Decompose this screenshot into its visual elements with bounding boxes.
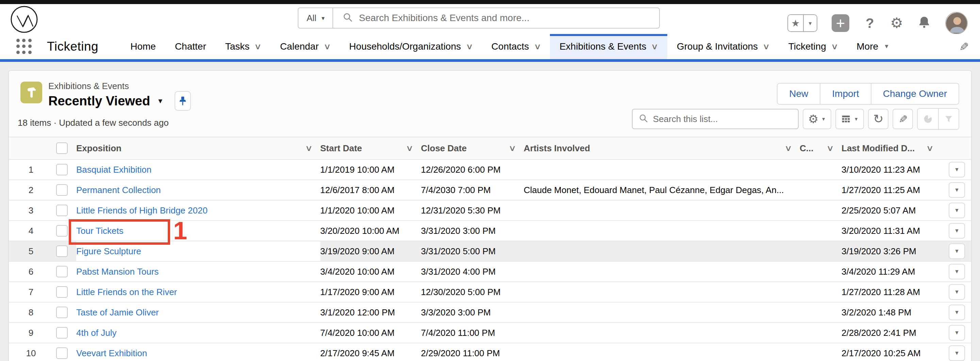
row-actions-dropdown-button[interactable]: ▼ xyxy=(949,162,965,177)
exposition-link[interactable]: Veevart Exhibition xyxy=(76,348,147,359)
tab-calendar[interactable]: Calendar∨ xyxy=(270,34,340,59)
exposition-link[interactable]: Little Friends on the River xyxy=(76,287,177,298)
exposition-link[interactable]: 4th of July xyxy=(76,328,117,338)
chevron-down-icon[interactable]: ∨ xyxy=(323,42,331,51)
exposition-link[interactable]: Basquiat Exhibition xyxy=(76,165,151,175)
exposition-link[interactable]: Permanent Collection xyxy=(76,185,161,195)
global-search: All ▼ xyxy=(298,8,660,28)
row-checkbox[interactable] xyxy=(56,347,68,359)
tab-tasks[interactable]: Tasks∨ xyxy=(216,34,270,59)
row-actions-dropdown-button[interactable]: ▼ xyxy=(949,243,965,259)
tab-more[interactable]: More▼ xyxy=(847,34,899,59)
close-date-cell: 3/31/2020 3:00 PM xyxy=(421,221,524,241)
setup-button[interactable]: ⚙ xyxy=(890,16,903,30)
row-actions-dropdown-button[interactable]: ▼ xyxy=(949,325,965,340)
column-header-last-modified[interactable]: Last Modified D...∨ xyxy=(842,137,941,159)
close-date-cell: 12/31/2020 5:30 PM xyxy=(421,201,524,220)
filter-button[interactable] xyxy=(938,109,959,129)
favorites-star-button[interactable]: ★ xyxy=(788,15,804,31)
chevron-down-icon[interactable]: ∨ xyxy=(254,42,262,51)
row-checkbox[interactable] xyxy=(56,266,68,277)
row-number: 10 xyxy=(9,343,53,361)
list-search-input[interactable] xyxy=(652,114,798,125)
row-actions-dropdown-button[interactable]: ▼ xyxy=(949,305,965,320)
row-checkbox[interactable] xyxy=(56,184,68,196)
top-black-strip xyxy=(0,0,980,4)
row-checkbox[interactable] xyxy=(56,286,68,298)
notifications-button[interactable] xyxy=(917,15,931,31)
row-checkbox[interactable] xyxy=(56,205,68,216)
row-checkbox[interactable] xyxy=(56,307,68,318)
select-all-checkbox[interactable] xyxy=(56,142,68,154)
favorites-dropdown-button[interactable]: ▼ xyxy=(804,15,817,31)
table-row: 1Basquiat Exhibition1/1/2019 10:00 AM12/… xyxy=(9,160,971,180)
row-checkbox[interactable] xyxy=(56,225,68,237)
exposition-link[interactable]: Pabst Mansion Tours xyxy=(76,266,159,277)
view-selector-caret-icon[interactable]: ▼ xyxy=(157,97,164,105)
new-button[interactable]: New xyxy=(777,83,820,105)
charts-button[interactable] xyxy=(918,109,938,129)
tab-contacts[interactable]: Contacts∨ xyxy=(482,34,550,59)
exposition-link[interactable]: Tour Tickets xyxy=(76,226,124,236)
row-checkbox-cell xyxy=(53,241,76,261)
chevron-down-icon[interactable]: ∨ xyxy=(651,42,659,51)
app-launcher-icon[interactable] xyxy=(16,39,32,54)
chevron-down-icon[interactable]: ∨ xyxy=(466,42,473,51)
edit-nav-pencil-icon[interactable]: ✎ xyxy=(957,42,970,52)
row-checkbox[interactable] xyxy=(56,164,68,176)
column-header-close-date[interactable]: Close Date∨ xyxy=(421,137,524,159)
inline-edit-button[interactable]: ✎ xyxy=(892,109,913,129)
row-number: 3 xyxy=(9,201,53,220)
chevron-down-icon[interactable]: ▼ xyxy=(884,43,889,50)
exposition-link[interactable]: Little Friends of High Bridge 2020 xyxy=(76,205,208,216)
import-button[interactable]: Import xyxy=(820,83,871,105)
chevron-down-icon[interactable]: ∨ xyxy=(533,42,541,51)
column-header-artists-involved[interactable]: Artists Involved∨ xyxy=(524,137,800,159)
row-checkbox-cell xyxy=(53,343,76,361)
chevron-down-icon[interactable]: ∨ xyxy=(305,143,313,153)
exposition-cell: Taste of Jamie Oliver xyxy=(76,302,320,322)
tab-home[interactable]: Home xyxy=(121,34,165,59)
exposition-link[interactable]: Taste of Jamie Oliver xyxy=(76,307,159,318)
help-button[interactable]: ? xyxy=(864,15,876,31)
chevron-down-icon[interactable]: ∨ xyxy=(827,143,834,153)
table-row: 3Little Friends of High Bridge 20201/1/2… xyxy=(9,201,971,221)
column-header-exposition[interactable]: Exposition∨ xyxy=(76,137,320,159)
user-avatar[interactable] xyxy=(945,12,968,34)
change-owner-button[interactable]: Change Owner xyxy=(871,83,959,105)
row-actions-dropdown-button[interactable]: ▼ xyxy=(949,284,965,300)
row-actions-dropdown-button[interactable]: ▼ xyxy=(949,182,965,198)
artists-involved-cell xyxy=(524,160,800,179)
pin-list-button[interactable] xyxy=(175,91,191,111)
chevron-down-icon[interactable]: ∨ xyxy=(831,42,838,51)
row-actions-dropdown-button[interactable]: ▼ xyxy=(949,264,965,279)
chevron-down-icon: ▼ xyxy=(954,207,959,214)
row-actions-dropdown-button[interactable]: ▼ xyxy=(949,203,965,218)
nav-tabs: HomeChatterTasks∨Calendar∨Households/Org… xyxy=(121,34,899,59)
display-format-button[interactable]: ▼ xyxy=(835,109,864,129)
tab-group-invitations[interactable]: Group & Invitations∨ xyxy=(667,34,779,59)
refresh-button[interactable]: ↻ xyxy=(868,109,888,129)
chevron-down-icon[interactable]: ∨ xyxy=(926,143,934,153)
chevron-down-icon[interactable]: ∨ xyxy=(509,143,517,153)
exposition-link[interactable]: Figure Sculpture xyxy=(76,246,141,256)
tab-label: Households/Organizations xyxy=(349,41,461,52)
column-header-c-truncated[interactable]: C...∨ xyxy=(800,137,842,159)
row-actions-dropdown-button[interactable]: ▼ xyxy=(949,223,965,239)
chevron-down-icon[interactable]: ∨ xyxy=(762,42,770,51)
row-actions-dropdown-button[interactable]: ▼ xyxy=(949,345,965,361)
chevron-down-icon[interactable]: ∨ xyxy=(785,143,792,153)
list-settings-button[interactable]: ⚙ ▼ xyxy=(803,109,831,129)
tab-exhibitions-events[interactable]: Exhibitions & Events∨ xyxy=(550,34,667,59)
global-actions-button[interactable]: + xyxy=(832,14,850,32)
column-header-start-date[interactable]: Start Date∨ xyxy=(320,137,421,159)
row-checkbox[interactable] xyxy=(56,245,68,257)
chevron-down-icon[interactable]: ∨ xyxy=(406,143,414,153)
row-checkbox[interactable] xyxy=(56,327,68,339)
global-search-input[interactable] xyxy=(358,12,659,24)
tab-chatter[interactable]: Chatter xyxy=(165,34,216,59)
search-scope-dropdown[interactable]: All ▼ xyxy=(298,8,332,28)
last-modified-cell: 2/25/2020 5:07 AM xyxy=(842,201,941,220)
tab-ticketing[interactable]: Ticketing∨ xyxy=(779,34,847,59)
tab-households-organizations[interactable]: Households/Organizations∨ xyxy=(340,34,482,59)
